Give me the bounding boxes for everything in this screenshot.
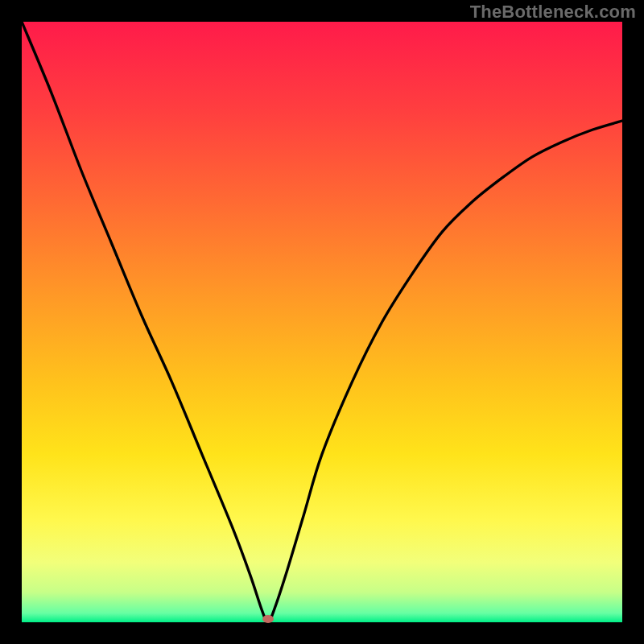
watermark-text: TheBottleneck.com [470, 2, 636, 23]
chart-frame: TheBottleneck.com [0, 0, 644, 644]
plot-area [22, 22, 622, 622]
optimal-point-marker [262, 615, 274, 623]
bottleneck-curve [22, 22, 622, 622]
